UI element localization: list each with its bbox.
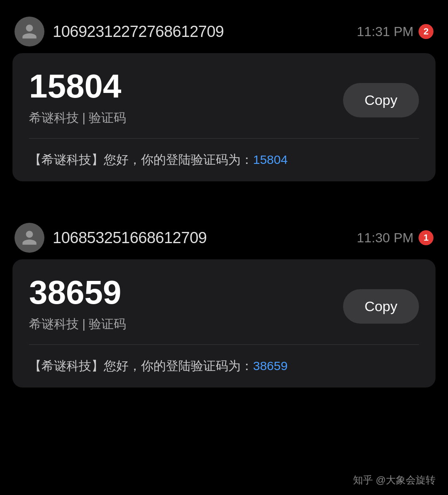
body-code-link-1[interactable]: 15804 xyxy=(253,153,287,166)
copy-button-2[interactable]: Copy xyxy=(343,289,419,324)
copy-button-1[interactable]: Copy xyxy=(343,83,419,117)
divider-2 xyxy=(29,344,419,345)
message-meta-1: 11:31 PM 2 xyxy=(357,24,433,39)
watermark: 知乎 @大象会旋转 xyxy=(353,473,436,487)
code-label-1: 希谜科技 | 验证码 xyxy=(29,110,126,127)
card-top-1: 15804 希谜科技 | 验证码 Copy xyxy=(29,70,419,127)
code-section-2: 38659 希谜科技 | 验证码 xyxy=(29,276,126,333)
timestamp-1: 11:31 PM xyxy=(357,24,414,39)
message-container-1: 10692312272768612709 11:31 PM 2 15804 希谜… xyxy=(0,8,448,190)
card-top-2: 38659 希谜科技 | 验证码 Copy xyxy=(29,276,419,333)
message-header-2: 106853251668612709 11:30 PM 1 xyxy=(12,223,436,253)
timestamp-2: 11:30 PM xyxy=(357,230,414,246)
body-text-1: 【希谜科技】您好，你的登陆验证码为： xyxy=(29,153,253,166)
verification-code-1: 15804 xyxy=(29,70,126,103)
code-section-1: 15804 希谜科技 | 验证码 xyxy=(29,70,126,127)
avatar-1 xyxy=(15,17,44,46)
message-body-1: 【希谜科技】您好，你的登陆验证码为：15804 xyxy=(29,150,419,169)
message-meta-2: 11:30 PM 1 xyxy=(357,230,433,246)
avatar-2 xyxy=(15,223,44,253)
body-code-link-2[interactable]: 38659 xyxy=(253,359,287,373)
message-card-2: 38659 希谜科技 | 验证码 Copy 【希谜科技】您好，你的登陆验证码为：… xyxy=(12,259,436,388)
sender-name-1: 10692312272768612709 xyxy=(53,23,348,41)
badge-1: 2 xyxy=(419,24,433,39)
sender-name-2: 106853251668612709 xyxy=(53,229,348,247)
message-card-1: 15804 希谜科技 | 验证码 Copy 【希谜科技】您好，你的登陆验证码为：… xyxy=(12,53,436,181)
divider-1 xyxy=(29,138,419,139)
message-container-2: 106853251668612709 11:30 PM 1 38659 希谜科技… xyxy=(0,215,448,396)
verification-code-2: 38659 xyxy=(29,276,126,309)
badge-2: 1 xyxy=(419,230,433,245)
body-text-2: 【希谜科技】您好，你的登陆验证码为： xyxy=(29,359,253,373)
code-label-2: 希谜科技 | 验证码 xyxy=(29,316,126,333)
message-header-1: 10692312272768612709 11:31 PM 2 xyxy=(12,17,436,46)
message-body-2: 【希谜科技】您好，你的登陆验证码为：38659 xyxy=(29,356,419,375)
